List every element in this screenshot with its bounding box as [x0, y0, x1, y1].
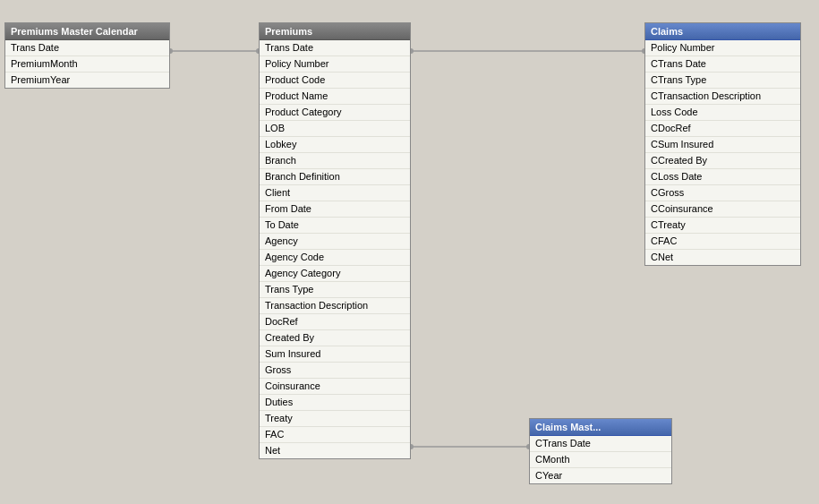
table-row: CGross [645, 185, 800, 201]
premiums-master-calendar-table[interactable]: Premiums Master Calendar Trans Date Prem… [4, 22, 170, 89]
table-row: Policy Number [645, 40, 800, 56]
table-row: Trans Date [260, 40, 410, 56]
table-row: Product Category [260, 105, 410, 121]
table-row: Agency Category [260, 266, 410, 282]
table-row: To Date [260, 218, 410, 234]
table-row: From Date [260, 201, 410, 218]
claims-mast-body: CTrans Date CMonth CYear [530, 436, 671, 483]
claims-body: Policy Number CTrans Date CTrans Type CT… [645, 40, 800, 265]
table-row: Treaty [260, 411, 410, 427]
premiums-header: Premiums [260, 23, 410, 40]
table-row: CYear [530, 468, 671, 483]
table-row: CCoinsurance [645, 201, 800, 218]
table-row: Agency Code [260, 250, 410, 266]
table-row: CDocRef [645, 121, 800, 137]
premiums-master-calendar-header: Premiums Master Calendar [5, 23, 169, 40]
table-row: Coinsurance [260, 379, 410, 395]
table-row: CTrans Type [645, 73, 800, 89]
diagram-canvas: Premiums Master Calendar Trans Date Prem… [0, 0, 819, 504]
table-row: CNet [645, 250, 800, 265]
table-row: Product Name [260, 89, 410, 105]
table-row: Trans Type [260, 282, 410, 298]
premiums-table[interactable]: Premiums Trans Date Policy Number Produc… [259, 22, 411, 459]
table-row: Sum Insured [260, 346, 410, 363]
table-row: PremiumMonth [5, 56, 169, 73]
table-row: Product Code [260, 73, 410, 89]
table-row: CMonth [530, 452, 671, 468]
table-row: CTransaction Description [645, 89, 800, 105]
claims-table[interactable]: Claims Policy Number CTrans Date CTrans … [644, 22, 801, 266]
table-row: Trans Date [5, 40, 169, 56]
table-row: LOB [260, 121, 410, 137]
table-row: Loss Code [645, 105, 800, 121]
table-row: Branch Definition [260, 169, 410, 185]
table-row: CLoss Date [645, 169, 800, 185]
table-row: Branch [260, 153, 410, 169]
table-row: DocRef [260, 314, 410, 330]
claims-header: Claims [645, 23, 800, 40]
premiums-body: Trans Date Policy Number Product Code Pr… [260, 40, 410, 458]
table-row: Policy Number [260, 56, 410, 73]
premiums-master-calendar-body: Trans Date PremiumMonth PremiumYear [5, 40, 169, 88]
table-row: Duties [260, 395, 410, 411]
claims-mast-table[interactable]: Claims Mast... CTrans Date CMonth CYear [529, 418, 672, 484]
table-row: CFAC [645, 234, 800, 250]
table-row: FAC [260, 427, 410, 443]
table-row: Client [260, 185, 410, 201]
table-row: CSum Insured [645, 137, 800, 153]
table-row: CTrans Date [530, 436, 671, 452]
table-row: CTrans Date [645, 56, 800, 73]
table-row: Net [260, 443, 410, 458]
table-row: Transaction Description [260, 298, 410, 314]
table-row: Gross [260, 363, 410, 379]
table-row: Agency [260, 234, 410, 250]
table-row: Lobkey [260, 137, 410, 153]
table-row: Created By [260, 330, 410, 346]
table-row: PremiumYear [5, 73, 169, 88]
table-row: CCreated By [645, 153, 800, 169]
claims-mast-header: Claims Mast... [530, 419, 671, 436]
table-row: CTreaty [645, 218, 800, 234]
